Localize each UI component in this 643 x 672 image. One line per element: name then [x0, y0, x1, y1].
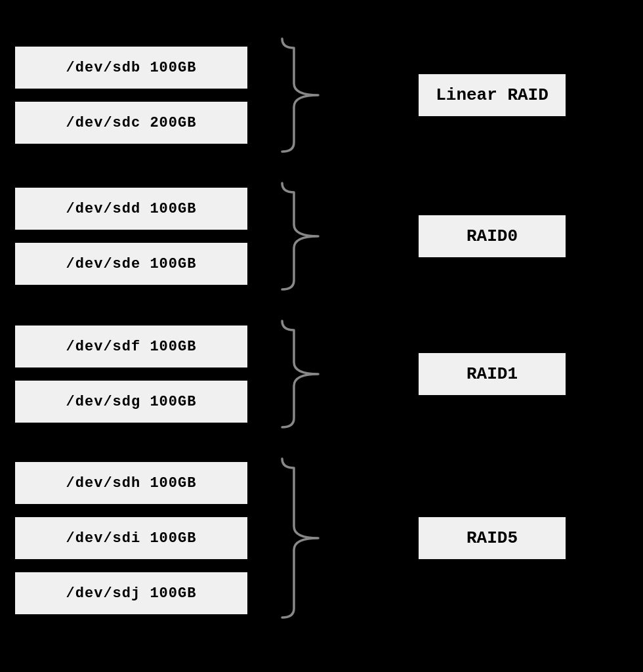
disk-label: /dev/sdc 200GB — [66, 115, 197, 131]
disk-label: /dev/sdf 100GB — [66, 339, 197, 355]
raid-box: RAID5 — [417, 515, 568, 561]
group-raid1: /dev/sdf 100GB/dev/sdg 100GBRAID1 — [0, 305, 643, 443]
disk-label: /dev/sdb 100GB — [66, 60, 197, 76]
disk-item: /dev/sdj 100GB — [0, 570, 256, 616]
disk-item: /dev/sdi 100GB — [0, 515, 256, 561]
brace-svg — [272, 318, 325, 430]
brace-col — [256, 36, 341, 154]
disk-label: /dev/sdd 100GB — [66, 201, 197, 217]
brace-col — [256, 180, 341, 292]
brace-svg — [272, 36, 325, 154]
disk-box: /dev/sdc 200GB — [13, 100, 249, 146]
raid-col: Linear RAID — [341, 72, 643, 118]
disk-item: /dev/sdf 100GB — [0, 324, 256, 369]
disk-item: /dev/sdd 100GB — [0, 186, 256, 232]
disk-box: /dev/sdj 100GB — [13, 570, 249, 616]
groups-container: /dev/sdb 100GB/dev/sdc 200GBLinear RAID/… — [0, 13, 643, 659]
disk-item: /dev/sdg 100GB — [0, 379, 256, 425]
raid-col: RAID5 — [341, 515, 643, 561]
disk-box: /dev/sdh 100GB — [13, 460, 249, 506]
disks-col-raid0: /dev/sdd 100GB/dev/sde 100GB — [0, 186, 256, 287]
disk-box: /dev/sdd 100GB — [13, 186, 249, 232]
disk-label: /dev/sdi 100GB — [66, 530, 197, 547]
raid-label: RAID5 — [467, 528, 518, 548]
raid-box: Linear RAID — [417, 72, 568, 118]
brace-col — [256, 318, 341, 430]
raid-diagram: /dev/sdb 100GB/dev/sdc 200GBLinear RAID/… — [0, 0, 643, 672]
disk-label: /dev/sdh 100GB — [66, 475, 197, 492]
brace-svg — [272, 180, 325, 292]
group-linear: /dev/sdb 100GB/dev/sdc 200GBLinear RAID — [0, 23, 643, 167]
group-raid5: /dev/sdh 100GB/dev/sdi 100GB/dev/sdj 100… — [0, 443, 643, 633]
raid-box: RAID0 — [417, 213, 568, 259]
raid-label: RAID0 — [467, 226, 518, 246]
disk-box: /dev/sdf 100GB — [13, 324, 249, 369]
group-raid0: /dev/sdd 100GB/dev/sde 100GBRAID0 — [0, 167, 643, 305]
disks-col-linear: /dev/sdb 100GB/dev/sdc 200GB — [0, 45, 256, 146]
disks-col-raid5: /dev/sdh 100GB/dev/sdi 100GB/dev/sdj 100… — [0, 460, 256, 616]
disks-col-raid1: /dev/sdf 100GB/dev/sdg 100GB — [0, 324, 256, 425]
disk-box: /dev/sdb 100GB — [13, 45, 249, 91]
disk-label: /dev/sde 100GB — [66, 256, 197, 272]
brace-col — [256, 456, 341, 620]
brace-svg — [272, 456, 325, 620]
disk-label: /dev/sdj 100GB — [66, 585, 197, 602]
raid-col: RAID1 — [341, 351, 643, 397]
disk-item: /dev/sdh 100GB — [0, 460, 256, 506]
raid-label: RAID1 — [467, 364, 518, 384]
raid-label: Linear RAID — [436, 85, 549, 105]
disk-item: /dev/sdb 100GB — [0, 45, 256, 91]
disk-label: /dev/sdg 100GB — [66, 394, 197, 410]
disk-box: /dev/sde 100GB — [13, 241, 249, 287]
disk-item: /dev/sde 100GB — [0, 241, 256, 287]
raid-box: RAID1 — [417, 351, 568, 397]
raid-col: RAID0 — [341, 213, 643, 259]
disk-box: /dev/sdg 100GB — [13, 379, 249, 425]
disk-item: /dev/sdc 200GB — [0, 100, 256, 146]
disk-box: /dev/sdi 100GB — [13, 515, 249, 561]
